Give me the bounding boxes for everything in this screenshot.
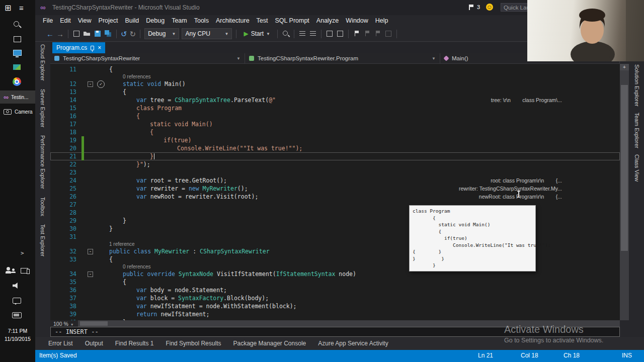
debug-target-dropdown[interactable]: Debug▼ bbox=[144, 28, 179, 39]
menu-debug[interactable]: Debug bbox=[142, 15, 168, 26]
menu-edit[interactable]: Edit bbox=[56, 15, 74, 26]
menu-architecture[interactable]: Architecture bbox=[212, 15, 253, 26]
debug-datatip[interactable]: newRoot: class Program\r\n {... bbox=[479, 194, 562, 200]
panel-tab-output[interactable]: Output bbox=[85, 340, 103, 347]
start-debug-button[interactable]: ▶ Start ▼ bbox=[240, 28, 273, 39]
code-line-12[interactable]: 12-✓static void Main() bbox=[50, 80, 620, 88]
panel-tab-find-results-1[interactable]: Find Results 1 bbox=[115, 340, 154, 347]
save-all-icon[interactable] bbox=[104, 30, 112, 38]
clear-bookmarks-icon[interactable] bbox=[384, 30, 392, 38]
horizontal-scrollbar[interactable] bbox=[78, 320, 620, 327]
type-dropdown[interactable]: TestingCSharpSyntaxRewriter.Program ▼ bbox=[245, 53, 440, 63]
zoom-control[interactable]: 100 %▼ bbox=[50, 321, 74, 327]
next-bookmark-icon[interactable] bbox=[374, 30, 382, 38]
connect-devices-icon[interactable] bbox=[21, 268, 28, 274]
code-area[interactable]: 11{0 references12-✓static void Main()13{… bbox=[50, 64, 620, 320]
code-line-21[interactable]: 21} bbox=[50, 152, 620, 160]
code-line-11[interactable]: 11{ bbox=[50, 65, 620, 73]
code-line-38[interactable]: 38var newIfStatment = node.WithStatement… bbox=[50, 302, 620, 310]
tool-tab-solution-explorer[interactable]: Solution Explorer bbox=[634, 64, 640, 107]
menu-test[interactable]: Test bbox=[253, 15, 272, 26]
show-output-icon[interactable] bbox=[298, 30, 306, 38]
code-line-19[interactable]: 19if(true) bbox=[50, 136, 620, 144]
menu-build[interactable]: Build bbox=[121, 15, 142, 26]
vim-mode-bar[interactable]: -- INSERT -- bbox=[50, 327, 620, 337]
code-line-24[interactable]: 24var root = tree.GetRoot();root: class … bbox=[50, 176, 620, 185]
project-dropdown[interactable]: TestingCSharpSyntaxRewriter ▼ bbox=[50, 53, 245, 63]
tool-tab-server-explorer[interactable]: Server Explorer bbox=[40, 89, 46, 127]
people-icon[interactable] bbox=[7, 267, 10, 270]
menu-file[interactable]: File bbox=[39, 15, 56, 26]
split-editor-handle[interactable]: + bbox=[620, 64, 629, 70]
tool-tab-class-view[interactable]: Class View bbox=[634, 154, 640, 182]
fold-collapse-icon[interactable]: - bbox=[88, 249, 93, 254]
navigate-forward-icon[interactable]: → bbox=[56, 30, 64, 38]
code-line-18[interactable]: 18{ bbox=[50, 128, 620, 136]
scrollbar-thumb[interactable] bbox=[621, 85, 628, 251]
code-line-13[interactable]: 13{ bbox=[50, 88, 620, 96]
solution-platform-dropdown[interactable]: Any CPU▼ bbox=[182, 28, 232, 39]
codelens-indicator[interactable]: 0 references bbox=[50, 73, 620, 80]
debug-datatip-popup[interactable]: class Program { static void Main() { if(… bbox=[409, 205, 536, 272]
status-column[interactable]: Col 18 bbox=[521, 352, 538, 359]
save-icon[interactable] bbox=[94, 30, 102, 38]
code-line-26[interactable]: 26var newRoot = rewriter.Visit(root);new… bbox=[50, 193, 620, 201]
code-line-25[interactable]: 25var rewriter = new MyRewriter();rewrit… bbox=[50, 185, 620, 193]
feedback-smiley-icon[interactable]: ☺ bbox=[486, 4, 493, 11]
code-line-35[interactable]: 35{ bbox=[50, 278, 620, 286]
menu-help[interactable]: Help bbox=[372, 15, 392, 26]
debug-datatip[interactable]: root: class Program\r\n {... bbox=[491, 177, 562, 184]
volume-icon[interactable] bbox=[13, 283, 20, 289]
search-icon[interactable] bbox=[14, 21, 19, 27]
toggle-bookmark-icon[interactable] bbox=[353, 30, 361, 38]
panel-tab-error-list[interactable]: Error List bbox=[48, 340, 73, 347]
menu-team[interactable]: Team bbox=[168, 15, 191, 26]
tool-tab-test-explorer[interactable]: Test Explorer bbox=[40, 224, 46, 256]
action-center-icon[interactable] bbox=[13, 298, 21, 304]
hamburger-menu-icon[interactable]: ≡ bbox=[19, 4, 24, 12]
show-hidden-icons-chevron[interactable]: > bbox=[21, 250, 24, 256]
scrollbar-thumb[interactable] bbox=[80, 321, 108, 326]
comment-selection-icon[interactable] bbox=[326, 30, 334, 38]
code-line-37[interactable]: 37var block = SyntaxFactory.Block(body); bbox=[50, 294, 620, 302]
solution-explorer-icon[interactable] bbox=[309, 30, 317, 38]
fold-collapse-icon[interactable]: - bbox=[88, 81, 93, 87]
notification-count[interactable]: 3 bbox=[477, 4, 480, 10]
browser-app-icon[interactable] bbox=[13, 77, 21, 86]
code-line-20[interactable]: 20Console.WriteLine(""It was true!""); bbox=[50, 144, 620, 152]
redo-icon[interactable]: ↻ bbox=[130, 30, 136, 38]
code-line-39[interactable]: 39return newIfStatment; bbox=[50, 310, 620, 318]
menu-window[interactable]: Window bbox=[342, 15, 371, 26]
taskbar-visual-studio-button[interactable]: ∞ Testin... bbox=[0, 90, 35, 104]
code-line-14[interactable]: 14var tree = CSharpSyntaxTree.ParseText(… bbox=[50, 96, 620, 104]
monitor-app-icon[interactable] bbox=[13, 50, 22, 56]
find-in-files-icon[interactable] bbox=[282, 30, 290, 38]
status-line[interactable]: Ln 21 bbox=[478, 352, 493, 359]
touch-keyboard-icon[interactable] bbox=[12, 312, 22, 318]
tool-tab-team-explorer[interactable]: Team Explorer bbox=[634, 113, 640, 148]
status-character[interactable]: Ch 18 bbox=[564, 352, 580, 359]
menu-view[interactable]: View bbox=[74, 15, 95, 26]
tab-program-cs[interactable]: Program.cs × bbox=[52, 42, 105, 53]
new-file-icon[interactable] bbox=[72, 30, 80, 38]
pin-tab-icon[interactable] bbox=[91, 46, 94, 50]
clock-time[interactable]: 7:11 PM bbox=[0, 328, 35, 334]
tool-tab-toolbox[interactable]: Toolbox bbox=[40, 197, 46, 216]
menu-tools[interactable]: Tools bbox=[191, 15, 212, 26]
panel-tab-package-manager-console[interactable]: Package Manager Console bbox=[233, 340, 306, 347]
panel-tab-find-symbol-results[interactable]: Find Symbol Results bbox=[166, 340, 221, 347]
undo-icon[interactable]: ↺ bbox=[121, 30, 127, 38]
previous-bookmark-icon[interactable] bbox=[363, 30, 371, 38]
notifications-flag-icon[interactable] bbox=[469, 5, 470, 10]
tool-tab-cloud-explorer[interactable]: Cloud Explorer bbox=[40, 44, 46, 81]
status-insert-mode[interactable]: INS bbox=[622, 352, 632, 359]
menu-sql-prompt[interactable]: SQL Prompt bbox=[272, 15, 313, 26]
taskbar-camera-button[interactable]: Camera bbox=[0, 106, 35, 118]
panel-tab-azure-app-service-activity[interactable]: Azure App Service Activity bbox=[318, 340, 388, 347]
code-line-23[interactable]: 23 bbox=[50, 168, 620, 176]
code-line-36[interactable]: 36var body = node.Statement; bbox=[50, 286, 620, 294]
fold-collapse-icon[interactable]: - bbox=[88, 272, 93, 277]
code-line-22[interactable]: 22}"); bbox=[50, 160, 620, 168]
clock-date[interactable]: 11/10/2015 bbox=[0, 336, 35, 342]
debug-datatip[interactable]: tree: \r\n class Program\... bbox=[491, 97, 562, 103]
